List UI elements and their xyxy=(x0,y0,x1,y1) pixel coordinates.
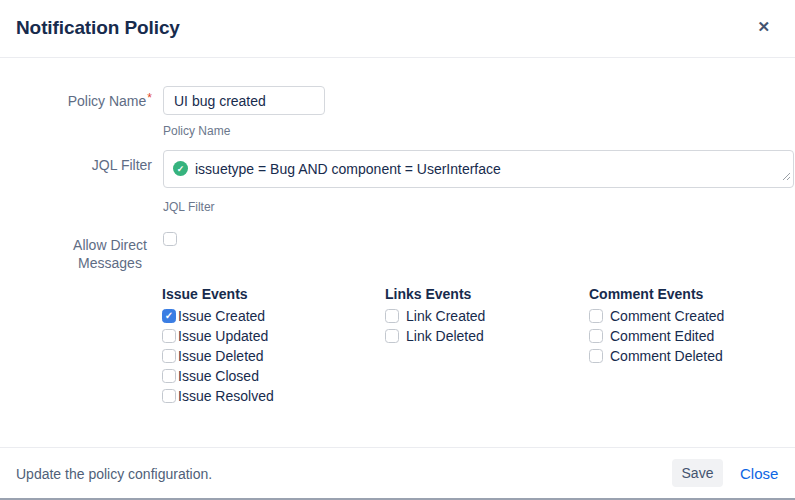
close-icon[interactable]: ✕ xyxy=(757,19,770,35)
checkbox-link-created[interactable] xyxy=(385,309,399,323)
option-issue-resolved[interactable]: Issue Resolved xyxy=(162,386,274,406)
option-issue-deleted[interactable]: Issue Deleted xyxy=(162,346,274,366)
issue-events-title: Issue Events xyxy=(162,285,274,306)
comment-events-title: Comment Events xyxy=(589,285,724,306)
footer-divider xyxy=(0,447,795,448)
checkmark-icon: ✓ xyxy=(165,311,173,321)
option-issue-updated[interactable]: Issue Updated xyxy=(162,326,274,346)
links-events-group: Links Events Link Created Link Deleted xyxy=(385,285,485,346)
checkbox-comment-created[interactable] xyxy=(589,309,603,323)
checkbox-issue-closed[interactable] xyxy=(162,369,176,383)
checkbox-issue-resolved[interactable] xyxy=(162,389,176,403)
option-link-created[interactable]: Link Created xyxy=(385,306,485,326)
checkbox-comment-deleted[interactable] xyxy=(589,349,603,363)
footer-status-text: Update the policy configuration. xyxy=(16,466,212,482)
jql-filter-helper: JQL Filter xyxy=(163,200,215,214)
checkbox-issue-updated[interactable] xyxy=(162,329,176,343)
links-events-title: Links Events xyxy=(385,285,485,306)
comment-events-group: Comment Events Comment Created Comment E… xyxy=(589,285,724,366)
jql-filter-label: JQL Filter xyxy=(16,157,152,173)
option-issue-closed[interactable]: Issue Closed xyxy=(162,366,274,386)
policy-name-helper: Policy Name xyxy=(163,124,230,138)
checkbox-comment-edited[interactable] xyxy=(589,329,603,343)
notification-policy-modal: Notification Policy ✕ Policy Name* Polic… xyxy=(0,0,795,500)
resize-handle-icon[interactable] xyxy=(782,167,791,185)
jql-filter-input[interactable]: ✓ issuetype = Bug AND component = UserIn… xyxy=(163,150,794,188)
option-comment-created[interactable]: Comment Created xyxy=(589,306,724,326)
required-asterisk: * xyxy=(147,91,152,105)
checkbox-issue-created[interactable]: ✓ xyxy=(162,309,176,323)
page-title: Notification Policy xyxy=(16,17,180,39)
allow-direct-messages-checkbox[interactable] xyxy=(163,232,177,246)
issue-events-group: Issue Events ✓ Issue Created Issue Updat… xyxy=(162,285,274,406)
valid-check-circle-icon: ✓ xyxy=(173,161,188,176)
header-divider xyxy=(0,57,795,58)
jql-filter-value: issuetype = Bug AND component = UserInte… xyxy=(195,161,501,177)
policy-name-label: Policy Name* xyxy=(16,93,152,109)
checkbox-link-deleted[interactable] xyxy=(385,329,399,343)
save-button[interactable]: Save xyxy=(672,459,723,487)
checkbox-issue-deleted[interactable] xyxy=(162,349,176,363)
close-button[interactable]: Close xyxy=(740,465,778,482)
policy-name-input[interactable] xyxy=(163,86,325,115)
option-issue-created[interactable]: ✓ Issue Created xyxy=(162,306,274,326)
option-link-deleted[interactable]: Link Deleted xyxy=(385,326,485,346)
option-comment-deleted[interactable]: Comment Deleted xyxy=(589,346,724,366)
allow-direct-messages-label: Allow Direct Messages xyxy=(16,236,152,272)
option-comment-edited[interactable]: Comment Edited xyxy=(589,326,724,346)
